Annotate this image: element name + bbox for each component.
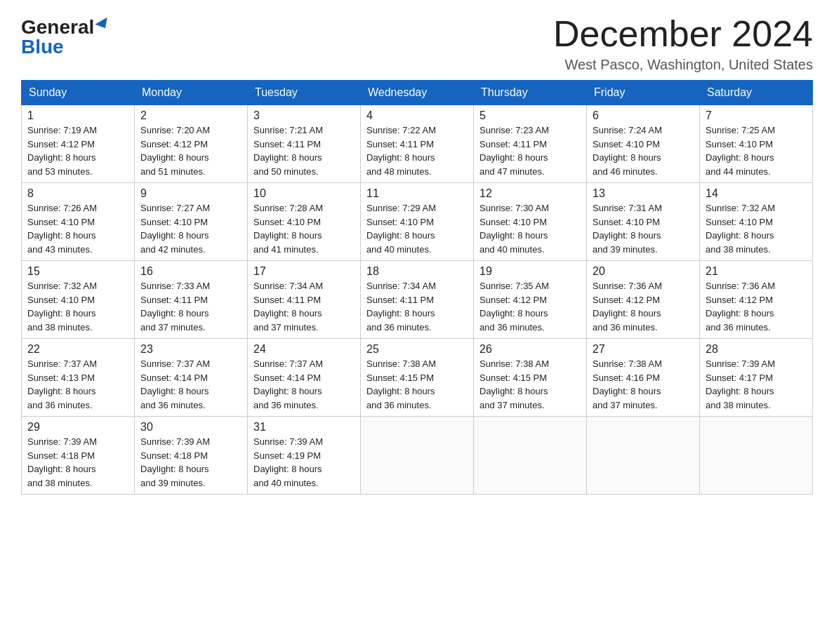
- day-number: 11: [366, 187, 468, 200]
- day-info: Sunrise: 7:34 AMSunset: 4:11 PMDaylight:…: [366, 279, 468, 334]
- day-number: 16: [140, 265, 241, 278]
- day-number: 1: [27, 109, 128, 122]
- day-number: 7: [706, 109, 807, 122]
- day-info: Sunrise: 7:28 AMSunset: 4:10 PMDaylight:…: [253, 201, 355, 256]
- page-header: General Blue December 2024 West Pasco, W…: [21, 14, 813, 73]
- calendar-cell: 19Sunrise: 7:35 AMSunset: 4:12 PMDayligh…: [474, 261, 587, 339]
- calendar-cell: 31Sunrise: 7:39 AMSunset: 4:19 PMDayligh…: [248, 417, 361, 495]
- day-number: 29: [27, 421, 128, 434]
- day-info: Sunrise: 7:20 AMSunset: 4:12 PMDaylight:…: [140, 123, 241, 178]
- calendar-cell: 24Sunrise: 7:37 AMSunset: 4:14 PMDayligh…: [248, 339, 361, 417]
- day-info: Sunrise: 7:34 AMSunset: 4:11 PMDaylight:…: [253, 279, 355, 334]
- day-number: 3: [253, 109, 355, 122]
- day-info: Sunrise: 7:38 AMSunset: 4:15 PMDaylight:…: [366, 357, 468, 412]
- weekday-header-tuesday: Tuesday: [248, 81, 361, 105]
- calendar-cell: 1Sunrise: 7:19 AMSunset: 4:12 PMDaylight…: [22, 105, 135, 183]
- day-info: Sunrise: 7:25 AMSunset: 4:10 PMDaylight:…: [706, 123, 807, 178]
- calendar-cell: [700, 417, 813, 495]
- calendar-table: SundayMondayTuesdayWednesdayThursdayFrid…: [21, 80, 813, 495]
- day-info: Sunrise: 7:36 AMSunset: 4:12 PMDaylight:…: [706, 279, 807, 334]
- day-info: Sunrise: 7:30 AMSunset: 4:10 PMDaylight:…: [479, 201, 581, 256]
- calendar-cell: 30Sunrise: 7:39 AMSunset: 4:18 PMDayligh…: [135, 417, 248, 495]
- day-number: 17: [253, 265, 355, 278]
- calendar-cell: 20Sunrise: 7:36 AMSunset: 4:12 PMDayligh…: [587, 261, 700, 339]
- day-number: 18: [366, 265, 468, 278]
- calendar-cell: 7Sunrise: 7:25 AMSunset: 4:10 PMDaylight…: [700, 105, 813, 183]
- day-info: Sunrise: 7:24 AMSunset: 4:10 PMDaylight:…: [593, 123, 694, 178]
- calendar-cell: 5Sunrise: 7:23 AMSunset: 4:11 PMDaylight…: [474, 105, 587, 183]
- calendar-cell: 12Sunrise: 7:30 AMSunset: 4:10 PMDayligh…: [474, 183, 587, 261]
- title-block: December 2024 West Pasco, Washington, Un…: [553, 14, 813, 73]
- day-info: Sunrise: 7:23 AMSunset: 4:11 PMDaylight:…: [479, 123, 581, 178]
- day-info: Sunrise: 7:21 AMSunset: 4:11 PMDaylight:…: [253, 123, 355, 178]
- day-info: Sunrise: 7:31 AMSunset: 4:10 PMDaylight:…: [593, 201, 694, 256]
- calendar-cell: 18Sunrise: 7:34 AMSunset: 4:11 PMDayligh…: [361, 261, 474, 339]
- calendar-cell: 23Sunrise: 7:37 AMSunset: 4:14 PMDayligh…: [135, 339, 248, 417]
- calendar-cell: 15Sunrise: 7:32 AMSunset: 4:10 PMDayligh…: [22, 261, 135, 339]
- day-info: Sunrise: 7:33 AMSunset: 4:11 PMDaylight:…: [140, 279, 241, 334]
- calendar-cell: [361, 417, 474, 495]
- calendar-cell: 29Sunrise: 7:39 AMSunset: 4:18 PMDayligh…: [22, 417, 135, 495]
- day-info: Sunrise: 7:22 AMSunset: 4:11 PMDaylight:…: [366, 123, 468, 178]
- calendar-cell: 26Sunrise: 7:38 AMSunset: 4:15 PMDayligh…: [474, 339, 587, 417]
- day-number: 12: [479, 187, 581, 200]
- day-number: 28: [706, 343, 807, 356]
- weekday-header-thursday: Thursday: [474, 81, 587, 105]
- day-number: 30: [140, 421, 241, 434]
- calendar-cell: 3Sunrise: 7:21 AMSunset: 4:11 PMDaylight…: [248, 105, 361, 183]
- day-number: 24: [253, 343, 355, 356]
- calendar-cell: 16Sunrise: 7:33 AMSunset: 4:11 PMDayligh…: [135, 261, 248, 339]
- calendar-cell: 14Sunrise: 7:32 AMSunset: 4:10 PMDayligh…: [700, 183, 813, 261]
- calendar-cell: 22Sunrise: 7:37 AMSunset: 4:13 PMDayligh…: [22, 339, 135, 417]
- logo-arrow-icon: [95, 18, 112, 32]
- calendar-cell: 27Sunrise: 7:38 AMSunset: 4:16 PMDayligh…: [587, 339, 700, 417]
- day-info: Sunrise: 7:32 AMSunset: 4:10 PMDaylight:…: [27, 279, 128, 334]
- day-number: 8: [27, 187, 128, 200]
- calendar-cell: 17Sunrise: 7:34 AMSunset: 4:11 PMDayligh…: [248, 261, 361, 339]
- logo-general: General: [21, 18, 94, 37]
- week-row-1: 1Sunrise: 7:19 AMSunset: 4:12 PMDaylight…: [22, 105, 813, 183]
- week-row-2: 8Sunrise: 7:26 AMSunset: 4:10 PMDaylight…: [22, 183, 813, 261]
- weekday-header-monday: Monday: [135, 81, 248, 105]
- day-info: Sunrise: 7:39 AMSunset: 4:18 PMDaylight:…: [140, 435, 241, 490]
- calendar-cell: 9Sunrise: 7:27 AMSunset: 4:10 PMDaylight…: [135, 183, 248, 261]
- calendar-cell: 10Sunrise: 7:28 AMSunset: 4:10 PMDayligh…: [248, 183, 361, 261]
- day-number: 27: [593, 343, 694, 356]
- day-info: Sunrise: 7:38 AMSunset: 4:16 PMDaylight:…: [593, 357, 694, 412]
- day-number: 9: [140, 187, 241, 200]
- day-info: Sunrise: 7:37 AMSunset: 4:13 PMDaylight:…: [27, 357, 128, 412]
- logo-blue: Blue: [21, 37, 64, 57]
- weekday-header-wednesday: Wednesday: [361, 81, 474, 105]
- calendar-cell: 6Sunrise: 7:24 AMSunset: 4:10 PMDaylight…: [587, 105, 700, 183]
- day-info: Sunrise: 7:29 AMSunset: 4:10 PMDaylight:…: [366, 201, 468, 256]
- weekday-header-row: SundayMondayTuesdayWednesdayThursdayFrid…: [22, 81, 813, 105]
- day-number: 2: [140, 109, 241, 122]
- day-info: Sunrise: 7:37 AMSunset: 4:14 PMDaylight:…: [253, 357, 355, 412]
- day-info: Sunrise: 7:39 AMSunset: 4:19 PMDaylight:…: [253, 435, 355, 490]
- day-number: 21: [706, 265, 807, 278]
- week-row-4: 22Sunrise: 7:37 AMSunset: 4:13 PMDayligh…: [22, 339, 813, 417]
- day-number: 25: [366, 343, 468, 356]
- day-number: 19: [479, 265, 581, 278]
- day-number: 26: [479, 343, 581, 356]
- week-row-5: 29Sunrise: 7:39 AMSunset: 4:18 PMDayligh…: [22, 417, 813, 495]
- calendar-cell: 8Sunrise: 7:26 AMSunset: 4:10 PMDaylight…: [22, 183, 135, 261]
- day-info: Sunrise: 7:19 AMSunset: 4:12 PMDaylight:…: [27, 123, 128, 178]
- day-number: 6: [593, 109, 694, 122]
- calendar-cell: [474, 417, 587, 495]
- location-subtitle: West Pasco, Washington, United States: [553, 57, 813, 73]
- weekday-header-sunday: Sunday: [22, 81, 135, 105]
- day-number: 23: [140, 343, 241, 356]
- calendar-cell: 11Sunrise: 7:29 AMSunset: 4:10 PMDayligh…: [361, 183, 474, 261]
- day-number: 15: [27, 265, 128, 278]
- week-row-3: 15Sunrise: 7:32 AMSunset: 4:10 PMDayligh…: [22, 261, 813, 339]
- day-number: 31: [253, 421, 355, 434]
- calendar-cell: [587, 417, 700, 495]
- logo: General Blue: [21, 18, 110, 57]
- weekday-header-friday: Friday: [587, 81, 700, 105]
- day-info: Sunrise: 7:38 AMSunset: 4:15 PMDaylight:…: [479, 357, 581, 412]
- weekday-header-saturday: Saturday: [700, 81, 813, 105]
- day-info: Sunrise: 7:39 AMSunset: 4:18 PMDaylight:…: [27, 435, 128, 490]
- day-info: Sunrise: 7:26 AMSunset: 4:10 PMDaylight:…: [27, 201, 128, 256]
- day-number: 20: [593, 265, 694, 278]
